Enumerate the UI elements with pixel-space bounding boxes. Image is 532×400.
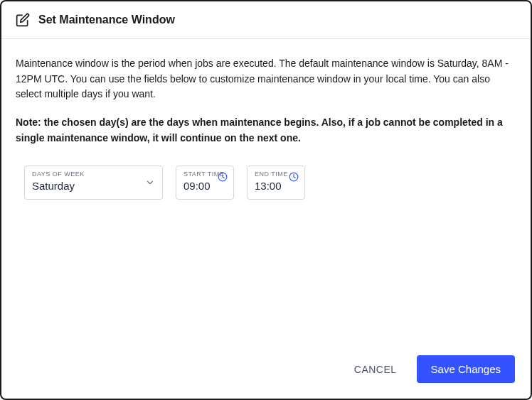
modal-footer: CANCEL Save Changes bbox=[1, 344, 531, 399]
clock-icon bbox=[289, 172, 299, 182]
modal-title: Set Maintenance Window bbox=[38, 13, 175, 26]
note-text: Note: the chosen day(s) are the days whe… bbox=[16, 115, 516, 146]
modal-header: Set Maintenance Window bbox=[1, 1, 531, 39]
days-value: Saturday bbox=[32, 179, 155, 193]
end-time-input[interactable]: END TIME 13:00 bbox=[247, 166, 305, 200]
chevron-down-icon bbox=[145, 178, 155, 188]
clock-icon bbox=[218, 172, 228, 182]
maintenance-window-modal: Set Maintenance Window Maintenance windo… bbox=[0, 0, 532, 400]
start-time-input[interactable]: START TIME 09:00 bbox=[176, 166, 234, 200]
description-text: Maintenance window is the period when jo… bbox=[16, 56, 516, 102]
cancel-button[interactable]: CANCEL bbox=[349, 357, 403, 382]
modal-body: Maintenance window is the period when jo… bbox=[1, 39, 531, 344]
fields-row: DAYS OF WEEK Saturday START TIME 09:00 bbox=[16, 166, 516, 200]
save-button[interactable]: Save Changes bbox=[417, 355, 515, 383]
edit-icon bbox=[16, 13, 30, 27]
days-of-week-select[interactable]: DAYS OF WEEK Saturday bbox=[24, 166, 163, 200]
days-label: DAYS OF WEEK bbox=[32, 171, 155, 178]
